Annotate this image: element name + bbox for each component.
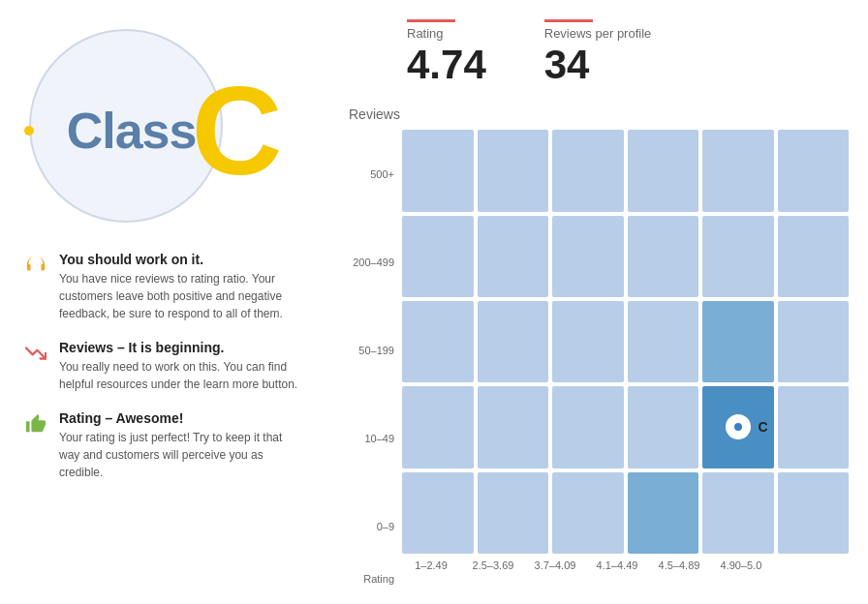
x-label-5: 4.5–4.89 bbox=[650, 559, 708, 571]
right-panel: Rating 4.74 Reviews per profile 34 Revie… bbox=[329, 19, 849, 585]
reviews-chart-label: Reviews bbox=[349, 106, 849, 122]
cell-r4-c3 bbox=[552, 386, 624, 468]
cell-r2-c5 bbox=[702, 216, 774, 297]
cell-r3-c1 bbox=[402, 301, 474, 382]
grid-rows: C bbox=[402, 130, 849, 554]
rating-value: 4.74 bbox=[407, 43, 486, 87]
y-label-50: 50–199 bbox=[349, 321, 394, 379]
x-label-3: 3.7–4.09 bbox=[526, 559, 584, 571]
marker-dot bbox=[734, 423, 742, 431]
cell-r4-c5-marker: C bbox=[702, 386, 774, 468]
cell-r3-c3 bbox=[552, 301, 624, 382]
y-axis: 500+ 200–499 50–199 10–49 0–9 bbox=[349, 130, 402, 571]
feedback-desc-1: You have nice reviews to rating ratio. Y… bbox=[59, 270, 301, 322]
cell-r1-c1 bbox=[402, 130, 474, 211]
feedback-title-3: Rating – Awesome! bbox=[59, 410, 301, 426]
logo-area: Class C bbox=[19, 19, 310, 242]
x-label-4: 4.1–4.49 bbox=[588, 559, 646, 571]
cell-r2-c2 bbox=[478, 216, 549, 297]
x-label-2: 2.5–3.69 bbox=[464, 559, 522, 571]
stats-row: Rating 4.74 Reviews per profile 34 bbox=[349, 19, 849, 87]
cell-r2-c3 bbox=[552, 216, 624, 297]
cell-r1-c5 bbox=[702, 130, 774, 211]
trend-down-icon bbox=[24, 342, 47, 365]
cell-r5-c4 bbox=[628, 472, 699, 554]
marker-class-label: C bbox=[758, 419, 767, 435]
feedback-text-3: Rating – Awesome! Your rating is just pe… bbox=[59, 410, 301, 481]
y-label-200: 200–499 bbox=[349, 233, 394, 291]
cell-r2-c4 bbox=[628, 216, 699, 297]
grid-row-10: C bbox=[402, 386, 849, 468]
cell-r5-c2 bbox=[478, 472, 549, 554]
y-label-0: 0–9 bbox=[349, 498, 394, 556]
cell-r3-c6 bbox=[778, 301, 850, 382]
cell-r5-c1 bbox=[402, 472, 474, 554]
y-label-10: 10–49 bbox=[349, 409, 394, 468]
feedback-text-2: Reviews – It is beginning. You really ne… bbox=[59, 340, 301, 393]
grid-row-0 bbox=[402, 472, 849, 554]
rating-line bbox=[407, 19, 455, 22]
feedback-item-3: Rating – Awesome! Your rating is just pe… bbox=[24, 410, 301, 481]
y-label-500: 500+ bbox=[349, 145, 394, 203]
cell-r1-c2 bbox=[478, 130, 549, 211]
cell-r1-c6 bbox=[778, 130, 850, 211]
position-marker bbox=[723, 411, 754, 442]
logo-text: Class C bbox=[67, 68, 283, 194]
cell-r4-c2 bbox=[478, 386, 549, 468]
cell-r3-c2 bbox=[478, 301, 549, 382]
feedback-text-1: You should work on it. You have nice rev… bbox=[59, 252, 301, 322]
grid-row-200 bbox=[402, 216, 849, 297]
cell-r3-c4 bbox=[628, 301, 699, 382]
headset-icon bbox=[24, 254, 47, 277]
left-panel: Class C You should work on it. You have … bbox=[19, 19, 329, 585]
grid-row-50 bbox=[402, 301, 849, 382]
reviews-line bbox=[544, 19, 593, 22]
cell-r5-c6 bbox=[778, 472, 850, 554]
class-letter: C bbox=[191, 68, 282, 194]
cell-r2-c1 bbox=[402, 216, 474, 297]
rating-stat: Rating 4.74 bbox=[407, 19, 486, 87]
grid-container: C bbox=[402, 130, 849, 571]
feedback-item-2: Reviews – It is beginning. You really ne… bbox=[24, 340, 301, 393]
cell-r4-c1 bbox=[402, 386, 474, 468]
rating-label: Rating bbox=[407, 26, 444, 41]
dot-indicator bbox=[24, 126, 34, 136]
cell-r1-c4 bbox=[628, 130, 699, 211]
cell-r4-c6 bbox=[778, 386, 850, 468]
grid-row-500 bbox=[402, 130, 849, 211]
cell-r3-c5 bbox=[702, 301, 774, 382]
thumbs-up-icon bbox=[24, 412, 47, 436]
reviews-per-profile-stat: Reviews per profile 34 bbox=[544, 19, 652, 87]
reviews-per-profile-value: 34 bbox=[544, 43, 590, 87]
reviews-per-profile-label: Reviews per profile bbox=[544, 26, 652, 41]
feedback-title-2: Reviews – It is beginning. bbox=[59, 340, 301, 355]
rating-axis-label: Rating bbox=[349, 573, 402, 585]
cell-r5-c5 bbox=[702, 472, 774, 554]
feedback-list: You should work on it. You have nice rev… bbox=[19, 252, 301, 481]
x-label-1: 1–2.49 bbox=[402, 559, 460, 571]
cell-r1-c3 bbox=[552, 130, 624, 211]
feedback-desc-3: Your rating is just perfect! Try to keep… bbox=[59, 429, 301, 481]
feedback-item-1: You should work on it. You have nice rev… bbox=[24, 252, 301, 322]
cell-r2-c6 bbox=[778, 216, 850, 297]
class-word: Class bbox=[67, 102, 197, 160]
feedback-title-1: You should work on it. bbox=[59, 252, 301, 267]
rating-row-label: Rating bbox=[349, 573, 849, 585]
chart-area: Reviews 500+ 200–499 50–199 10–49 0–9 bbox=[349, 106, 849, 585]
x-axis: 1–2.49 2.5–3.69 3.7–4.09 4.1–4.49 4.5–4.… bbox=[402, 559, 849, 571]
feedback-desc-2: You really need to work on this. You can… bbox=[59, 358, 301, 393]
cell-r5-c3 bbox=[552, 472, 624, 554]
cell-r4-c4 bbox=[628, 386, 699, 468]
x-label-6: 4.90–5.0 bbox=[712, 559, 770, 571]
